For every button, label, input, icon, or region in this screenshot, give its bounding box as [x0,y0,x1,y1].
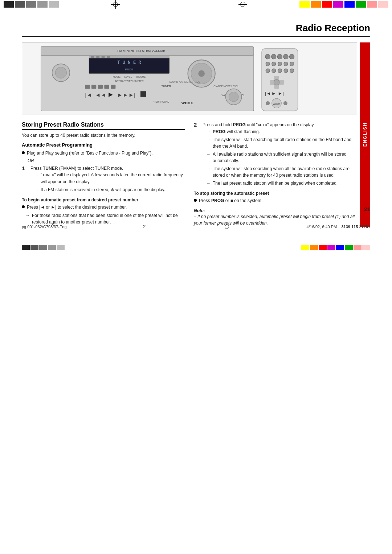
svg-rect-28 [140,91,146,97]
svg-text:►|: ►| [278,91,284,96]
left-color-marks [4,1,59,8]
or-text: OR [28,158,185,163]
swatch-b [30,245,38,250]
subsection-heading: Automatic Preset Programming [22,142,185,148]
svg-point-13 [198,70,205,77]
svg-text:4-SURROUND: 4-SURROUND [153,100,169,103]
svg-point-57 [274,79,279,85]
step-2-arrow-5-text: The last preset radio station will then … [213,180,338,186]
svg-text:►: ► [271,91,276,96]
step-2-arrow-3-text: All available radio stations with suffic… [213,151,357,164]
svg-rect-22 [111,85,115,89]
swatch [367,1,377,8]
svg-text:►►: ►► [117,92,128,98]
arrow-symbol-2: → [34,186,38,193]
arrow-sym-4: → [206,128,211,135]
side-tab: English [360,42,370,227]
svg-text:►|: ►| [128,92,135,98]
svg-text:|◄: |◄ [265,91,271,96]
prog-label-2: PROG [213,129,225,134]
svg-point-50 [278,69,282,73]
svg-rect-3 [89,57,169,73]
svg-point-63 [266,101,270,105]
svg-rect-20 [98,85,103,89]
svg-text:MUSIC ← LEVEL → VOLUME: MUSIC ← LEVEL → VOLUME [113,75,146,78]
svg-rect-21 [104,85,109,89]
bullet-item-2: Press |◄ or ►| to select the desired pre… [22,204,185,210]
step-1-arrow-1-text: "TUNER" will be displayed. A few seconds… [41,172,185,185]
swatch [356,1,366,8]
swatch-b [319,245,327,250]
svg-point-42 [289,54,294,59]
svg-text:WOOX: WOOX [181,101,193,105]
footer-code: 3139 115 21261 [341,225,370,229]
left-column: Storing Preset Radio Stations You can st… [22,122,185,227]
prog-label: PROG [233,122,245,127]
step-2-content: Press and hold PROG until "AUTO" appears… [203,122,357,188]
tuner-label: TUNER [43,166,58,171]
swatch-b [336,245,344,250]
arrow-sym-8: → [206,180,211,186]
svg-point-45 [278,62,282,66]
swatch-b [48,245,56,250]
bullet-item-2-text: Press |◄ or ►| to select the desired pre… [27,204,127,210]
svg-rect-7 [96,56,99,58]
swatch-b [301,245,309,250]
svg-point-38 [265,54,270,59]
sub-bold-preset: To begin automatic preset from a desired… [22,197,185,202]
svg-point-48 [266,69,270,73]
svg-text:INTERACTIVE VU METER: INTERACTIVE VU METER [115,80,144,82]
stop-bullet: Press PROG or ■ on the system. [194,197,357,204]
stop-bullet-text: Press PROG or ■ on the system. [199,197,262,204]
svg-point-43 [266,62,270,66]
step-2-arrow-5: → The last preset radio station will the… [203,180,357,186]
registration-mark-right [238,0,247,9]
svg-rect-55 [279,80,284,85]
bottom-left-marks [22,245,65,250]
step-2-arrow-2: → The system will start searching for al… [203,136,357,149]
right-column: 2 Press and hold PROG until "AUTO" appea… [194,122,357,227]
swatch-b [22,245,30,250]
svg-rect-6 [91,56,94,58]
page-number-right: 21 [364,206,370,212]
svg-rect-5 [89,56,169,58]
svg-point-35 [229,92,238,102]
swatch [299,1,310,8]
swatch-b [362,245,370,250]
swatch [4,1,14,8]
svg-text:◄◄: ◄◄ [95,92,106,98]
swatch [26,1,36,8]
swatch-b [345,245,353,250]
swatch [333,1,343,8]
tuner-display-text: TUNER [42,173,54,177]
swatch-b [327,245,335,250]
step-1-text: Press TUNER (FM•AM) to select TUNER mode… [30,166,123,171]
step-1-arrow-2-text: If a FM station is received in stereo, ⊕… [41,186,165,193]
step-2-arrow-1-text: PROG will start flashing. [213,128,260,135]
arrow-sym-5: → [206,136,211,149]
step-2: 2 Press and hold PROG until "AUTO" appea… [194,122,357,188]
step-2-arrow-4-text: The system will stop searching when all … [213,165,357,178]
registration-mark-left [111,0,120,9]
svg-point-47 [290,62,294,66]
swatch [49,1,59,8]
step-2-intro: Press and hold PROG until "AUTO" appears… [203,122,315,127]
svg-text:PROG: PROG [125,68,134,71]
svg-rect-9 [107,56,110,58]
svg-rect-19 [91,85,96,89]
prog-label-3: PROG [211,198,224,203]
svg-rect-18 [85,85,90,89]
svg-point-64 [283,101,287,105]
bottom-marks [0,245,392,250]
step-1-num: 1 [22,165,28,194]
bullet-dot-2 [22,205,25,208]
footer-datetime: 4/16/02, 6:40 PM [306,225,337,229]
svg-point-46 [284,62,288,66]
step-1-arrow-2: → If a FM station is received in stereo,… [30,186,185,193]
section-heading-left: Storing Preset Radio Stations [22,122,185,130]
svg-text:WOOX: WOOX [273,103,281,105]
bullet-dot [22,151,25,154]
step-2-arrow-3: → All available radio stations with suff… [203,151,357,164]
arrow-sym-6: → [206,151,211,164]
swatch-b [39,245,47,250]
